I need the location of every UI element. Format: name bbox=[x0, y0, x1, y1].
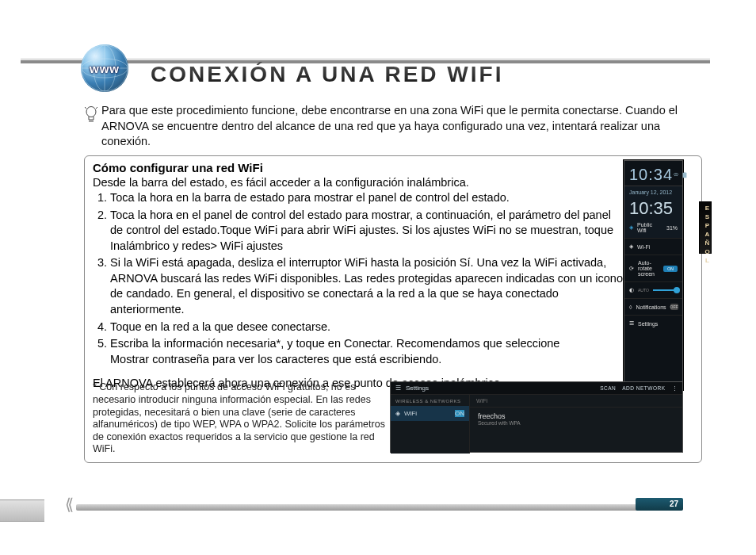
step-item: Escriba la información necesaria*, y toq… bbox=[110, 336, 624, 367]
brightness-icon: ◐ bbox=[629, 287, 634, 293]
lightbulb-icon bbox=[84, 106, 98, 124]
footer-bracket-icon: ⟪ bbox=[65, 495, 69, 514]
footer-rule bbox=[76, 504, 678, 511]
svg-point-5 bbox=[86, 107, 96, 117]
wifi-icon: ◈ bbox=[395, 410, 400, 417]
box-heading: Cómo configurar una red WiFi bbox=[93, 161, 693, 174]
svg-line-8 bbox=[96, 107, 97, 109]
wifi-icon: ◈ bbox=[629, 243, 633, 250]
menu-icon: ⋮ bbox=[672, 385, 678, 392]
side-wifi-label: WiFi bbox=[404, 410, 417, 417]
page-title: CONEXIÓN A UNA RED WIFI bbox=[151, 62, 503, 87]
svg-rect-11 bbox=[684, 172, 685, 173]
intro-paragraph: Para que este procedimiento funcione, de… bbox=[101, 103, 704, 150]
panel-row-label: Auto-rotate screen bbox=[638, 260, 659, 277]
globe-www-label: www bbox=[81, 62, 128, 75]
step-item: Toca la hora en la barra de estado para … bbox=[110, 190, 624, 206]
panel-big-time: 10:35 bbox=[624, 198, 682, 222]
public-wifi-signal: 31% bbox=[666, 225, 678, 231]
status-panel-screenshot: 10:34 January 12, 2012 10:35 ◈ Public Wi… bbox=[624, 160, 683, 390]
svg-line-7 bbox=[85, 107, 86, 109]
panel-row-label: Notifications bbox=[636, 304, 666, 310]
steps-list: Toca la hora en la barra de estado para … bbox=[93, 190, 624, 367]
sliders-icon: ☰ bbox=[395, 385, 401, 392]
box-lead: Desde la barra del estado, es fácil acce… bbox=[93, 176, 693, 189]
panel-date: January 12, 2012 bbox=[629, 189, 672, 195]
step-item: Toque en la red a la que desee conectars… bbox=[110, 320, 624, 335]
wifi-icon bbox=[673, 172, 679, 178]
binder-edge bbox=[0, 500, 44, 522]
side-category: WIRELESS & NETWORKS bbox=[391, 395, 469, 406]
network-name: freechos bbox=[478, 412, 674, 420]
svg-rect-10 bbox=[683, 172, 687, 177]
wifi-toggle: ON bbox=[455, 410, 464, 417]
rotate-icon: ⟳ bbox=[629, 266, 634, 272]
add-network-action: ADD NETWORK bbox=[622, 385, 665, 392]
bell-icon: ◊ bbox=[629, 304, 632, 310]
toggle-off: OFF bbox=[670, 304, 678, 310]
wifi-icon: ◈ bbox=[629, 224, 633, 231]
status-time: 10:34 bbox=[629, 166, 673, 184]
globe-icon: www bbox=[81, 44, 128, 92]
step-item: Si la WiFi está apagada, desliza el inte… bbox=[110, 255, 624, 317]
toggle-on: ON bbox=[663, 266, 678, 272]
box-footnote: * Con respecto a los puntos de acceso Wi… bbox=[93, 381, 386, 456]
page-number: 27 bbox=[636, 498, 683, 511]
wifi-main-header: WiFi bbox=[470, 395, 682, 408]
wifi-settings-screenshot: ☰ Settings SCAN ADD NETWORK ⋮ WIRELESS &… bbox=[390, 381, 683, 453]
panel-row-label: Wi-Fi bbox=[637, 244, 678, 250]
scan-action: SCAN bbox=[600, 385, 616, 392]
brightness-slider bbox=[653, 289, 678, 291]
settings-header: Settings bbox=[406, 385, 429, 392]
network-security: Secured with WPA bbox=[478, 420, 674, 426]
step-item: Toca la hora en el panel de control del … bbox=[110, 208, 624, 255]
panel-row-label: Settings bbox=[638, 321, 678, 327]
sliders-icon: ☰ bbox=[629, 320, 634, 327]
battery-icon bbox=[682, 172, 688, 178]
public-wifi-label: Public Wifi bbox=[637, 222, 659, 233]
language-tab: ESPAÑOL bbox=[699, 201, 712, 254]
panel-row-label: AUTO bbox=[638, 288, 649, 293]
